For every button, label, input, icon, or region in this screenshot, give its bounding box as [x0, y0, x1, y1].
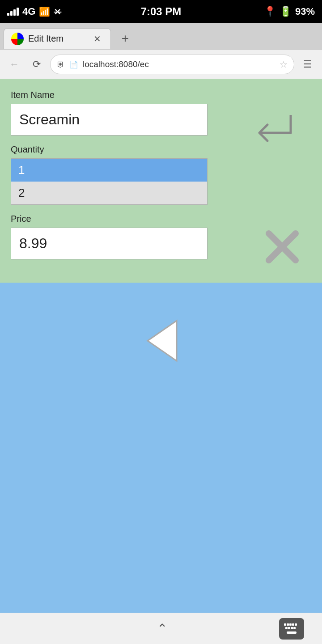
enter-key-icon — [250, 106, 295, 144]
svg-rect-9 — [285, 627, 288, 629]
browser-tab[interactable]: Edit Item ✕ — [4, 28, 111, 49]
lower-section — [0, 283, 322, 578]
wifi-icon: 📶 — [39, 6, 50, 17]
cancel-x-icon[interactable] — [262, 227, 302, 269]
tab-bar: Edit Item ✕ + — [0, 23, 322, 50]
svg-rect-13 — [287, 631, 297, 634]
price-label: Price — [11, 214, 311, 224]
status-time: 7:03 PM — [141, 5, 182, 18]
signal-icon — [7, 8, 19, 16]
reload-button[interactable]: ⟳ — [28, 55, 46, 73]
status-right: 📍 🔋 93% — [264, 6, 315, 17]
page-icon: 📄 — [69, 60, 78, 69]
svg-rect-7 — [292, 623, 294, 626]
battery-icon: 🔋 — [280, 6, 292, 17]
quantity-option-1[interactable]: 1 — [11, 159, 207, 182]
price-input[interactable] — [11, 228, 208, 259]
new-tab-button[interactable]: + — [116, 30, 134, 47]
svg-marker-2 — [148, 321, 177, 361]
tab-title: Edit Item — [28, 34, 86, 44]
svg-rect-10 — [288, 627, 290, 629]
back-button[interactable]: ← — [5, 55, 23, 73]
svg-rect-12 — [293, 627, 296, 629]
address-bar[interactable]: ⛨ 📄 localhost:8080/ec ☆ — [50, 55, 294, 74]
svg-rect-8 — [295, 623, 297, 626]
bookmark-star-icon[interactable]: ☆ — [280, 59, 288, 70]
battery-level: 93% — [295, 6, 315, 17]
quantity-select[interactable]: 1 2 — [11, 158, 208, 205]
address-text[interactable]: localhost:8080/ec — [83, 59, 275, 69]
svg-rect-5 — [287, 623, 289, 626]
bluetooth-icon: ⨯ — [54, 6, 61, 17]
browser-chrome: Edit Item ✕ + ← ⟳ ⛨ 📄 localhost:8080/ec … — [0, 23, 322, 79]
item-name-input[interactable] — [11, 104, 208, 136]
shield-icon: ⛨ — [57, 60, 65, 69]
status-left: 4G 📶 ⨯ — [7, 6, 61, 17]
back-chevron-icon[interactable] — [141, 318, 181, 365]
status-bar: 4G 📶 ⨯ 7:03 PM 📍 🔋 93% — [0, 0, 322, 23]
svg-rect-4 — [284, 623, 286, 626]
bottom-nav: ⌃ — [0, 613, 322, 644]
home-indicator[interactable]: ⌃ — [157, 621, 167, 636]
quantity-option-2[interactable]: 2 — [11, 182, 207, 204]
keyboard-button[interactable] — [279, 618, 304, 640]
quantity-label: Quantity — [11, 144, 311, 155]
tab-favicon — [11, 33, 24, 45]
browser-menu-button[interactable]: ☰ — [299, 55, 317, 73]
nav-bar: ← ⟳ ⛨ 📄 localhost:8080/ec ☆ ☰ — [0, 50, 322, 79]
svg-rect-6 — [289, 623, 292, 626]
form-area: Item Name Quantity 1 2 Price — [0, 79, 322, 283]
svg-rect-11 — [291, 627, 293, 629]
location-icon: 📍 — [264, 6, 276, 17]
tab-close-button[interactable]: ✕ — [91, 33, 103, 45]
item-name-label: Item Name — [11, 90, 311, 100]
network-label: 4G — [22, 6, 35, 17]
